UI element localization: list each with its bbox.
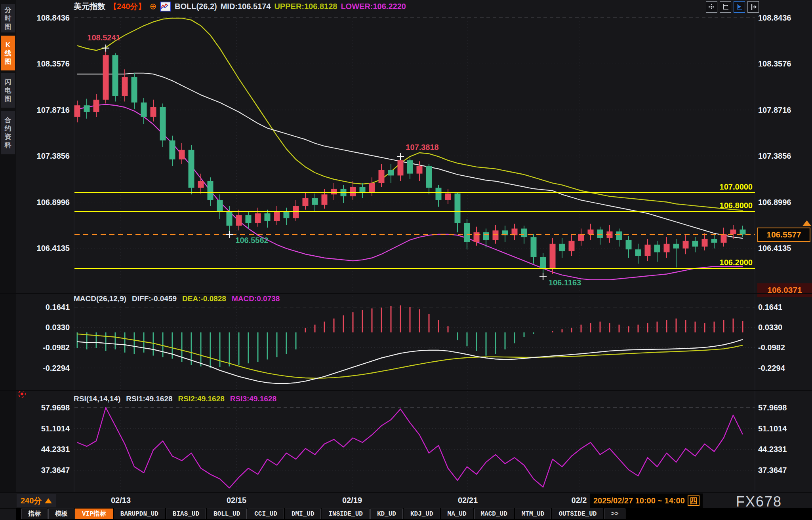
axis-label-left: 44.2331 xyxy=(22,445,70,454)
tab-kdj-ud[interactable]: KDJ_UD xyxy=(404,509,440,519)
sidebar-item-2[interactable]: K线图 xyxy=(1,36,15,70)
date-label: 02/21 xyxy=(458,496,478,505)
boll-upper-value: UPPER:106.8128 xyxy=(274,2,337,11)
tab-inside-ud[interactable]: INSIDE_UD xyxy=(322,509,369,519)
tab-指标[interactable]: 指标 xyxy=(21,509,48,519)
panel-separator xyxy=(0,492,812,493)
price-annotation: 107.3818 xyxy=(406,143,438,152)
chart-header: 美元指数 【240分】 ⊕ BOLL(26,2) MID:106.5174 UP… xyxy=(74,1,406,11)
boll-lower-value: LOWER:106.2220 xyxy=(341,2,406,11)
sidebar-item-3[interactable]: 闪电图 xyxy=(1,73,15,108)
sidebar-item-4[interactable]: 合约资料 xyxy=(1,111,15,154)
interval-selector[interactable]: 240分 xyxy=(17,494,56,507)
axis-label-right: 51.1014 xyxy=(758,424,810,433)
panel-separator xyxy=(0,293,812,294)
panel-separator xyxy=(0,390,812,391)
axis-label-right: 37.3647 xyxy=(758,466,810,475)
tab-barupdn-ud[interactable]: BARUPDN_UD xyxy=(114,509,165,519)
rsi3-value: RSI3:49.1628 xyxy=(230,395,276,403)
tooltip-weekday: 四 xyxy=(688,495,700,506)
symbol-title: 美元指数 xyxy=(74,1,105,12)
macd-header: MACD(26,12,9) DIFF:-0.0459 DEA:-0.0828 M… xyxy=(74,294,280,303)
tab-mtm-ud[interactable]: MTM_UD xyxy=(515,509,551,519)
indicator-tab-bar: 指标模板VIP指标BARUPDN_UDBIAS_UDBOLL_UDCCI_UDD… xyxy=(16,509,812,520)
support-level-label: 106.8000 xyxy=(626,201,753,210)
axis-label-right: 57.9698 xyxy=(758,403,810,412)
link-icon[interactable]: ⊕ xyxy=(149,2,156,11)
sidebar-item-1[interactable]: 分时图 xyxy=(1,4,15,32)
price-annotation: 108.5241 xyxy=(87,33,120,42)
macd-macd-value: MACD:0.0738 xyxy=(232,294,280,303)
boll-mid-value: MID:106.5174 xyxy=(221,2,271,11)
macd-title: MACD(26,12,9) xyxy=(74,294,126,303)
tab-boll-ud[interactable]: BOLL_UD xyxy=(207,509,247,519)
tab-outside-ud[interactable]: OUTSIDE_UD xyxy=(552,509,603,519)
axis-label-left: 0.0330 xyxy=(22,323,70,332)
session-low-badge: 106.0371 xyxy=(757,283,812,297)
axis-label-right: -0.2294 xyxy=(758,363,810,372)
axis-label-left: 106.8996 xyxy=(22,197,70,207)
support-level-label: 106.2000 xyxy=(626,258,753,267)
axis-label-left: 0.1641 xyxy=(22,302,70,311)
chart-toolbar xyxy=(706,1,759,13)
support-level-label: 107.0000 xyxy=(626,182,753,192)
hover-time-tooltip: 2025/02/27 10:00 ~ 14:00 四 xyxy=(590,493,703,508)
axis-label-right: 0.1641 xyxy=(758,302,810,311)
axis-label-right: 107.8716 xyxy=(758,105,810,114)
current-price-badge: 106.5577 xyxy=(757,228,810,242)
tab-ma-ud[interactable]: MA_UD xyxy=(441,509,473,519)
date-label: 02/19 xyxy=(342,496,362,505)
axis-label-left: -0.2294 xyxy=(22,363,70,372)
axis-label-left: 106.4135 xyxy=(22,244,70,253)
tab-cci-ud[interactable]: CCI_UD xyxy=(248,509,284,519)
tab-vip指标[interactable]: VIP指标 xyxy=(75,509,113,519)
axis-label-left: 108.3576 xyxy=(22,59,70,68)
app-window: 分时图K线图闪电图合约资料 美元指数 【240分】 ⊕ BOLL(26,2) M… xyxy=(0,0,812,520)
axis-label-left: 37.3647 xyxy=(22,466,70,475)
price-annotation: 106.1163 xyxy=(549,278,581,287)
axis-label-left: 107.3856 xyxy=(22,152,70,161)
axis-label-right: -0.0982 xyxy=(758,343,810,352)
axis-label-left: 51.1014 xyxy=(22,424,70,433)
macd-dea-value: DEA:-0.0828 xyxy=(182,294,226,303)
rsi-header: RSI(14,14,14) RSI1:49.1628 RSI2:49.1628 … xyxy=(74,395,276,403)
kline-mini-icon[interactable] xyxy=(160,2,171,11)
tab--[interactable]: >> xyxy=(604,509,625,519)
interval-value: 240分 xyxy=(21,495,42,506)
interval-label[interactable]: 【240分】 xyxy=(109,1,146,12)
axis-label-left: -0.0982 xyxy=(22,343,70,352)
axis-label-right: 0.0330 xyxy=(758,323,810,332)
interval-up-icon xyxy=(45,498,52,503)
alert-icon[interactable] xyxy=(18,390,26,398)
axis-play-icon[interactable] xyxy=(734,1,745,13)
axis-label-right: 106.8996 xyxy=(758,197,810,207)
axis-shift-icon[interactable] xyxy=(747,1,759,13)
axis-label-right: 107.3856 xyxy=(758,152,810,161)
tab-dmi-ud[interactable]: DMI_UD xyxy=(285,509,321,519)
axis-label-left: 108.8436 xyxy=(22,13,70,23)
layout-grid-icon[interactable] xyxy=(706,1,717,13)
tab-kd-ud[interactable]: KD_UD xyxy=(370,509,403,519)
axis-label-left: 107.8716 xyxy=(22,105,70,114)
axis-label-left: 57.9698 xyxy=(22,403,70,412)
tooltip-range: 2025/02/27 10:00 ~ 14:00 xyxy=(593,496,685,505)
rsi2-value: RSI2:49.1628 xyxy=(178,395,225,403)
current-price-arrow-icon xyxy=(802,220,811,226)
axis-label-right: 108.3576 xyxy=(758,59,810,68)
date-label: 02/15 xyxy=(227,496,246,505)
panel-separator xyxy=(0,508,812,509)
tab-bias-ud[interactable]: BIAS_UD xyxy=(166,509,206,519)
axis-scale-icon[interactable] xyxy=(720,1,731,13)
boll-params: BOLL(26,2) xyxy=(175,2,217,11)
macd-diff-value: DIFF:-0.0459 xyxy=(132,294,177,303)
tab-macd-ud[interactable]: MACD_UD xyxy=(474,509,514,519)
axis-label-right: 108.8436 xyxy=(758,13,810,23)
axis-label-right: 44.2331 xyxy=(758,445,810,454)
date-label: 02/2 xyxy=(572,496,587,505)
axis-label-right: 106.4135 xyxy=(758,244,810,253)
left-sidebar: 分时图K线图闪电图合约资料 xyxy=(0,0,16,493)
date-label: 02/13 xyxy=(111,496,131,505)
rsi-title: RSI(14,14,14) xyxy=(74,395,120,403)
price-annotation: 106.5562 xyxy=(235,236,268,245)
tab-模板[interactable]: 模板 xyxy=(48,509,74,519)
